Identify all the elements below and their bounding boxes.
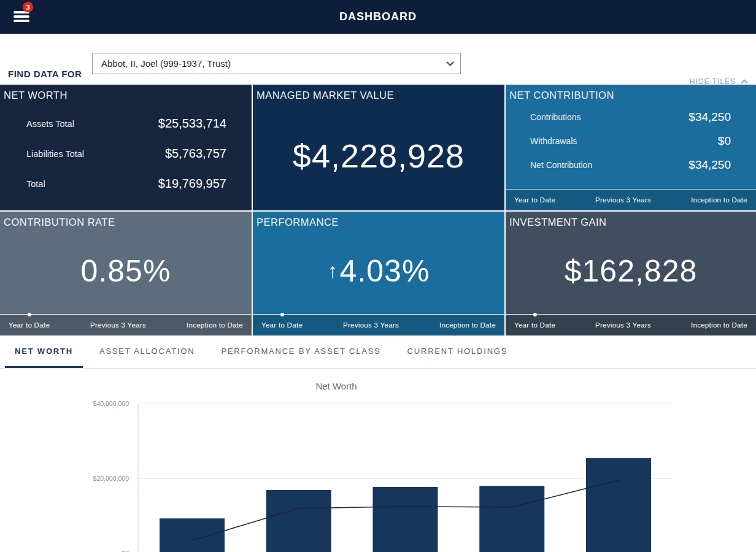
period-selector: Year to Date Previous 3 Years Inception …: [253, 314, 504, 335]
tab-performance-by-asset-class[interactable]: PERFORMANCE BY ASSET CLASS: [211, 335, 390, 368]
row-label: Total: [26, 179, 45, 189]
period-tab-inception-to-date[interactable]: Inception to Date: [691, 315, 747, 335]
tile-title: NET WORTH: [0, 85, 252, 101]
tile-title: INVESTMENT GAIN: [506, 212, 756, 228]
period-tab-year-to-date[interactable]: Year to Date: [514, 315, 555, 335]
svg-text:$40,000,000: $40,000,000: [93, 400, 129, 407]
period-tab-inception-to-date[interactable]: Inception to Date: [439, 315, 496, 335]
row-value: $34,250: [688, 110, 731, 124]
tab-current-holdings[interactable]: CURRENT HOLDINGS: [398, 335, 518, 368]
tile-net-contribution: NET CONTRIBUTION Contributions $34,250 W…: [506, 85, 756, 210]
net-contribution-row: Net Contribution $34,250: [530, 153, 731, 177]
net-worth-bar-chart: $40,000,000$20,000,000$0: [0, 369, 756, 552]
row-value: $5,763,757: [165, 147, 226, 161]
account-select[interactable]: Abbot, II, Joel (999-1937, Trust): [92, 53, 461, 74]
investment-gain-value: $162,828: [565, 253, 698, 289]
tile-managed-market-value: MANAGED MARKET VALUE $4,228,928: [253, 85, 504, 210]
tile-title: PERFORMANCE: [253, 212, 504, 228]
contributions-row: Contributions $34,250: [530, 105, 731, 129]
notification-badge: 3: [23, 2, 33, 12]
period-tab-previous-3-years[interactable]: Previous 3 Years: [595, 190, 651, 210]
period-tab-year-to-date[interactable]: Year to Date: [261, 315, 303, 335]
page-title: DASHBOARD: [0, 0, 756, 34]
net-worth-chart-section: Net Worth $40,000,000$20,000,000$0: [0, 369, 756, 552]
period-tab-inception-to-date[interactable]: Inception to Date: [691, 190, 747, 210]
row-label: Net Contribution: [530, 160, 592, 170]
row-label: Contributions: [530, 112, 581, 122]
tile-title: MANAGED MARKET VALUE: [253, 85, 504, 101]
period-tab-previous-3-years[interactable]: Previous 3 Years: [595, 315, 651, 335]
tile-title: NET CONTRIBUTION: [506, 85, 756, 101]
svg-text:$20,000,000: $20,000,000: [93, 475, 129, 482]
row-value: $25,533,714: [158, 117, 226, 131]
net-worth-assets-row: Assets Total $25,533,714: [26, 109, 226, 139]
top-app-bar: 3 DASHBOARD: [0, 0, 756, 34]
withdrawals-row: Withdrawals $0: [530, 129, 731, 153]
period-tab-previous-3-years[interactable]: Previous 3 Years: [343, 315, 399, 335]
tile-net-worth: NET WORTH Assets Total $25,533,714 Liabi…: [0, 85, 252, 210]
find-data-label: FIND DATA FOR: [8, 69, 82, 79]
account-select-value: Abbot, II, Joel (999-1937, Trust): [101, 58, 446, 69]
tile-performance: PERFORMANCE ↑4.03% Year to Date Previous…: [253, 212, 504, 335]
row-label: Withdrawals: [530, 136, 577, 146]
performance-value: ↑4.03%: [328, 253, 430, 289]
contribution-rate-value: 0.85%: [81, 253, 171, 289]
net-worth-total-row: Total $19,769,957: [26, 169, 226, 199]
period-tab-year-to-date[interactable]: Year to Date: [9, 315, 50, 335]
chevron-down-icon: [446, 58, 454, 66]
period-selector: Year to Date Previous 3 Years Inception …: [506, 314, 756, 335]
period-selector: Year to Date Previous 3 Years Inception …: [0, 314, 252, 335]
net-worth-liabilities-row: Liabilities Total $5,763,757: [26, 139, 226, 169]
row-value: $19,769,957: [158, 177, 226, 191]
tile-contribution-rate: CONTRIBUTION RATE 0.85% Year to Date Pre…: [0, 212, 252, 335]
arrow-up-icon: ↑: [328, 259, 339, 282]
row-label: Liabilities Total: [26, 149, 84, 159]
period-selector: Year to Date Previous 3 Years Inception …: [506, 189, 756, 210]
tile-investment-gain: INVESTMENT GAIN $162,828 Year to Date Pr…: [506, 212, 756, 335]
dashboard-tiles: NET WORTH Assets Total $25,533,714 Liabi…: [0, 85, 756, 335]
period-tab-year-to-date[interactable]: Year to Date: [514, 190, 555, 210]
svg-text:$0: $0: [122, 550, 129, 552]
period-tab-inception-to-date[interactable]: Inception to Date: [187, 315, 243, 335]
row-value: $0: [718, 134, 731, 148]
managed-market-value: $4,228,928: [293, 137, 465, 175]
tab-net-worth[interactable]: NET WORTH: [5, 335, 83, 368]
section-tabs: NET WORTH ASSET ALLOCATION PERFORMANCE B…: [0, 335, 756, 369]
tab-asset-allocation[interactable]: ASSET ALLOCATION: [90, 335, 204, 368]
row-value: $34,250: [688, 158, 731, 172]
row-label: Assets Total: [26, 119, 74, 129]
tile-title: CONTRIBUTION RATE: [0, 212, 252, 228]
period-tab-previous-3-years[interactable]: Previous 3 Years: [90, 315, 146, 335]
find-data-bar: FIND DATA FOR Abbot, II, Joel (999-1937,…: [0, 34, 756, 85]
